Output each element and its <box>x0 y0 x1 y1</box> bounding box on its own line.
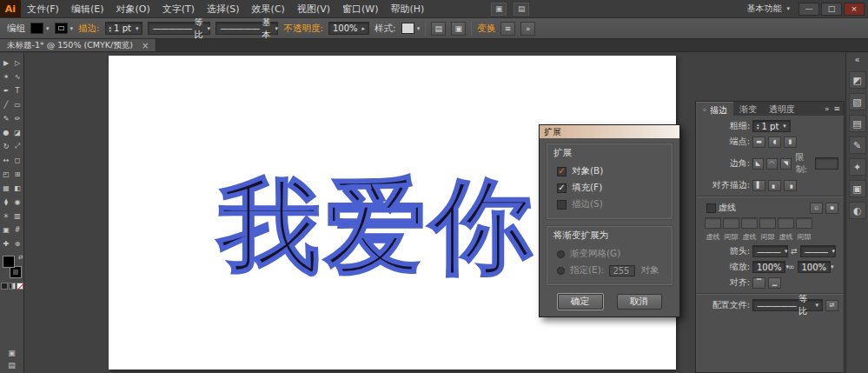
lasso-tool[interactable]: ∿ <box>12 70 23 83</box>
free-transform-tool[interactable]: ◻ <box>12 153 23 167</box>
fill-stroke-control[interactable]: ⇄ <box>3 256 22 278</box>
projecting-cap-icon[interactable]: ▮ <box>784 137 797 148</box>
align-stroke-center-icon[interactable]: ▌ <box>752 180 765 191</box>
document-tab[interactable]: 未标题-1* @ 150% (CMYK/预览) × <box>0 39 156 51</box>
fill-swatch[interactable] <box>30 23 43 34</box>
brushes-panel-icon[interactable]: ✎ <box>849 137 866 154</box>
tab-gradient[interactable]: 渐变 <box>733 102 763 116</box>
menu-window[interactable]: 窗口(W) <box>336 0 384 17</box>
graph-tool[interactable]: ▥ <box>12 209 23 223</box>
menu-object[interactable]: 对象(O) <box>109 0 156 17</box>
pencil-tool[interactable]: ✏ <box>12 111 23 125</box>
hand-tool[interactable]: ✚ <box>1 236 12 250</box>
document-setup-icon[interactable]: ▣ <box>451 22 466 36</box>
eraser-tool[interactable]: ◪ <box>12 125 23 139</box>
flip-along-icon[interactable]: ⇄ <box>825 300 838 311</box>
menu-type[interactable]: 文字(T) <box>156 0 201 17</box>
stepper-arrows-icon[interactable]: ▴▾ <box>757 123 759 130</box>
align-stroke-outside-icon[interactable]: ▗ <box>784 180 797 191</box>
link-scale-icon[interactable]: ∞ <box>788 263 795 271</box>
align-stroke-inside-icon[interactable]: ▖ <box>768 180 781 191</box>
gap-field[interactable] <box>796 217 812 229</box>
checkbox-fill[interactable]: ✓ 填充(F) <box>553 179 666 196</box>
none-mode-icon[interactable] <box>17 283 23 290</box>
stroke-box[interactable] <box>10 266 22 278</box>
menu-view[interactable]: 视图(V) <box>291 0 336 17</box>
miter-join-icon[interactable]: ◣ <box>752 158 764 170</box>
style-swatch[interactable] <box>401 23 414 34</box>
menu-edit[interactable]: 编辑(E) <box>65 0 110 17</box>
menu-help[interactable]: 帮助(H) <box>384 0 430 17</box>
panel-menu-icon[interactable]: ≡ <box>833 104 840 113</box>
opacity-combo[interactable]: 100% ▸ <box>328 22 369 35</box>
symbols-panel-icon[interactable]: ✦ <box>849 158 866 176</box>
stroke-swatch[interactable] <box>55 23 68 34</box>
tab-close-icon[interactable]: × <box>142 41 149 50</box>
line-segment-tool[interactable]: ╱ <box>1 97 12 111</box>
symbol-sprayer-tool[interactable]: ✳ <box>1 209 12 223</box>
selection-tool[interactable]: ▶ <box>1 56 12 70</box>
screen-mode-icon[interactable]: ▤ <box>8 361 16 370</box>
dash-field[interactable] <box>778 217 794 229</box>
collapse-dock-icon[interactable]: « <box>854 55 859 67</box>
arrow-align-tip-icon[interactable]: ▔ <box>752 277 765 289</box>
zoom-tool[interactable]: ⊕ <box>12 236 23 250</box>
transform-panel-link[interactable]: 变换 <box>477 23 495 35</box>
swap-fill-stroke-icon[interactable]: ⇄ <box>18 254 23 261</box>
weight-combo[interactable]: ▴▾ 1 pt ▾ <box>752 120 791 132</box>
swatches-panel-icon[interactable]: ▤ <box>849 115 866 132</box>
arrow-scale-end-field[interactable]: 100% ▾ <box>798 261 831 273</box>
round-cap-icon[interactable]: ◖ <box>768 137 781 148</box>
checkbox-stroke[interactable]: 描边(S) <box>553 196 666 212</box>
width-profile-dropdown[interactable]: ————— 等比 ▾ <box>752 299 823 311</box>
radio-gradient-mesh[interactable]: 渐变网格(G) <box>553 245 666 262</box>
fill-box[interactable] <box>3 256 15 268</box>
appearance-panel-icon[interactable]: ◐ <box>849 202 866 219</box>
menu-effect[interactable]: 效果(C) <box>246 0 291 17</box>
width-tool[interactable]: ↔ <box>1 153 12 167</box>
scale-tool[interactable]: ⤢ <box>12 139 23 153</box>
eyedropper-tool[interactable]: ⧫ <box>1 195 12 209</box>
arrow-scale-start-field[interactable]: 100% ▾ <box>752 261 785 273</box>
menu-file[interactable]: 文件(F) <box>21 0 65 17</box>
gap-field[interactable] <box>723 217 739 229</box>
radio-specify[interactable]: 指定(E): 255 对象 <box>553 262 666 278</box>
pen-tool[interactable]: ✒ <box>1 83 12 97</box>
arrow-align-end-icon[interactable]: ▁ <box>768 277 781 289</box>
rectangle-tool[interactable]: ▭ <box>12 97 23 111</box>
color-panel-icon[interactable]: ◩ <box>849 71 866 89</box>
minimize-button[interactable]: — <box>798 3 819 16</box>
type-tool[interactable]: T <box>12 83 23 97</box>
color-mode-icon[interactable] <box>1 283 8 290</box>
blend-tool[interactable]: ◉ <box>12 195 23 209</box>
tab-stroke[interactable]: ◦ 描边 <box>696 102 733 116</box>
menu-select[interactable]: 选择(S) <box>201 0 246 17</box>
ok-button[interactable]: 确定 <box>558 294 603 310</box>
specify-objects-field[interactable]: 255 <box>609 265 635 276</box>
artboard-tool[interactable]: ▣ <box>1 223 12 236</box>
arrowhead-end-dropdown[interactable]: ——— ▾ <box>800 245 836 257</box>
bevel-join-icon[interactable]: ◥ <box>780 158 792 170</box>
magic-wand-tool[interactable]: ✶ <box>1 70 12 83</box>
round-join-icon[interactable]: ◠ <box>766 158 778 170</box>
dash-field[interactable] <box>741 217 758 229</box>
perspective-grid-tool[interactable]: ⊞ <box>12 167 23 181</box>
fill-color-picker[interactable]: ▾ <box>30 23 50 34</box>
brush-definition-dropdown[interactable]: ————— 基本 ▾ <box>215 22 278 35</box>
stroke-panel-link[interactable]: 描边: <box>78 23 100 35</box>
dash-field[interactable] <box>705 217 721 229</box>
paintbrush-tool[interactable]: ✎ <box>1 111 12 125</box>
align-dash-icon[interactable]: ▪ <box>825 203 838 214</box>
preserve-dash-icon[interactable]: ▫ <box>810 203 823 214</box>
checkbox-object[interactable]: ✓ 对象(B) <box>553 163 666 179</box>
restore-button[interactable]: □ <box>821 3 842 16</box>
gradient-mode-icon[interactable] <box>9 283 16 290</box>
direct-selection-tool[interactable]: ▷ <box>12 56 23 70</box>
align-icon[interactable]: ≡ <box>500 22 515 36</box>
arrowhead-start-dropdown[interactable]: ——— ▾ <box>752 245 788 257</box>
color-guide-panel-icon[interactable]: ▧ <box>849 93 866 110</box>
cancel-button[interactable]: 取消 <box>617 294 662 310</box>
shape-builder-tool[interactable]: ◰ <box>1 167 12 181</box>
graphic-style-picker[interactable]: ▾ <box>401 23 421 34</box>
arrange-docs-icon[interactable]: ▤ <box>514 3 529 16</box>
